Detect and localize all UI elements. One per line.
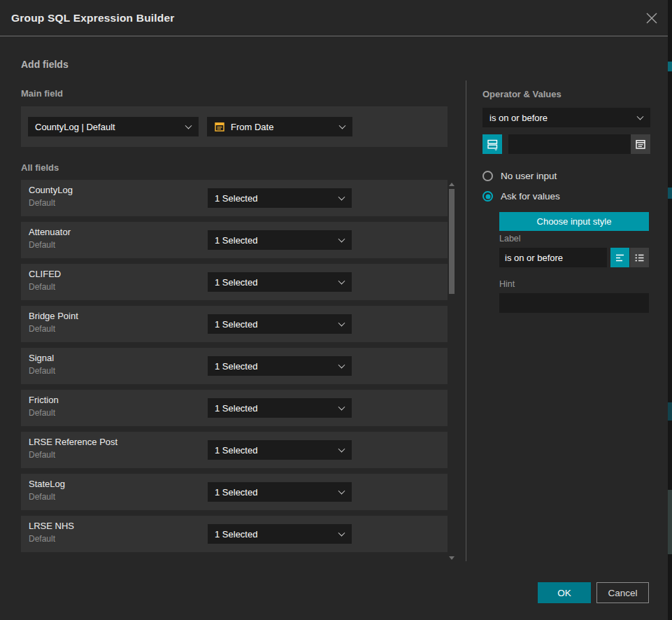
field-name: Signal <box>29 353 54 363</box>
table-row: LRSE NHS Default 1 Selected <box>21 516 448 552</box>
field-subtitle: Default <box>29 240 55 250</box>
ok-button[interactable]: OK <box>538 582 591 603</box>
scrollbar-up-arrow-icon[interactable] <box>449 183 455 186</box>
hint-input[interactable] <box>499 293 649 313</box>
table-row: Bridge Point Default 1 Selected <box>21 306 448 342</box>
field-subtitle: Default <box>29 324 55 334</box>
field-name: StateLog <box>29 479 65 489</box>
label-input[interactable] <box>499 248 607 267</box>
table-row: CountyLog Default 1 Selected <box>21 180 448 216</box>
field-subtitle: Default <box>29 492 55 502</box>
field-name: Bridge Point <box>29 311 78 321</box>
list-style-button[interactable] <box>630 248 649 267</box>
table-row: CLIFED Default 1 Selected <box>21 264 448 300</box>
field-subtitle: Default <box>29 366 55 376</box>
close-icon[interactable] <box>645 11 659 25</box>
list-scrollbar <box>448 180 455 561</box>
calendar-icon <box>214 121 225 132</box>
dialog-titlebar: Group SQL Expression Builder <box>0 0 668 36</box>
field-selected-dropdown[interactable]: 1 Selected <box>208 272 352 292</box>
value-input-row <box>482 134 650 154</box>
field-subtitle: Default <box>29 450 55 460</box>
field-selected-value: 1 Selected <box>215 403 257 414</box>
align-left-icon <box>615 253 625 263</box>
main-layer-select-value: CountyLog | Default <box>35 122 115 132</box>
field-subtitle: Default <box>29 198 55 208</box>
scrollbar-thumb[interactable] <box>449 189 455 294</box>
calendar-icon <box>635 139 646 150</box>
table-row: StateLog Default 1 Selected <box>21 474 448 510</box>
field-selected-dropdown[interactable]: 1 Selected <box>208 398 352 418</box>
cancel-button[interactable]: Cancel <box>596 582 649 603</box>
table-row: Friction Default 1 Selected <box>21 390 448 426</box>
field-selected-value: 1 Selected <box>215 235 257 246</box>
bulleted-list-icon <box>634 253 645 263</box>
label-field-label: Label <box>499 234 521 244</box>
field-selected-dropdown[interactable]: 1 Selected <box>208 440 352 460</box>
date-value-input[interactable] <box>508 134 631 154</box>
add-fields-heading: Add fields <box>21 59 69 70</box>
label-input-row <box>499 248 649 267</box>
field-selected-dropdown[interactable]: 1 Selected <box>208 524 352 544</box>
field-selected-dropdown[interactable]: 1 Selected <box>208 314 352 334</box>
radio-label: Ask for values <box>501 191 560 202</box>
panel-divider <box>466 80 466 561</box>
stacked-values-icon <box>487 139 499 150</box>
field-name: Attenuator <box>29 227 71 237</box>
field-selected-value: 1 Selected <box>215 445 257 456</box>
field-name: LRSE Reference Post <box>29 437 117 447</box>
all-fields-list: CountyLog Default 1 Selected Attenuator … <box>21 180 448 558</box>
table-row: Signal Default 1 Selected <box>21 348 448 384</box>
background-fragment <box>668 490 672 554</box>
field-selected-dropdown[interactable]: 1 Selected <box>208 230 352 250</box>
table-row: LRSE Reference Post Default 1 Selected <box>21 432 448 468</box>
main-field-select-value: From Date <box>231 122 273 132</box>
operator-values-heading: Operator & Values <box>482 89 562 99</box>
radio-icon <box>482 191 493 202</box>
background-fragment <box>668 188 672 199</box>
main-field-label: Main field <box>21 88 63 99</box>
field-selected-value: 1 Selected <box>215 277 257 288</box>
field-subtitle: Default <box>29 534 55 544</box>
all-fields-label: All fields <box>21 162 59 173</box>
field-subtitle: Default <box>29 408 55 418</box>
field-selected-value: 1 Selected <box>215 319 257 330</box>
main-layer-select[interactable]: CountyLog | Default <box>28 117 199 136</box>
field-selected-dropdown[interactable]: 1 Selected <box>208 482 352 502</box>
radio-label: No user input <box>501 171 557 181</box>
field-selected-value: 1 Selected <box>215 193 257 204</box>
background-fragment <box>668 62 672 71</box>
operator-select-value: is on or before <box>489 113 548 123</box>
table-row: Attenuator Default 1 Selected <box>21 222 448 258</box>
radio-ask-for-values[interactable]: Ask for values <box>482 191 560 202</box>
single-line-style-button[interactable] <box>610 248 629 267</box>
field-name: CLIFED <box>29 269 61 279</box>
field-subtitle: Default <box>29 282 55 292</box>
field-name: CountyLog <box>29 185 73 195</box>
group-sql-expression-builder-dialog: Group SQL Expression Builder Add fields … <box>0 0 668 620</box>
field-name: Friction <box>29 395 59 405</box>
main-field-select[interactable]: From Date <box>207 117 352 136</box>
hint-field-label: Hint <box>499 279 515 289</box>
main-field-panel: CountyLog | Default From Date <box>21 106 448 147</box>
field-selected-dropdown[interactable]: 1 Selected <box>208 356 352 376</box>
background-fragment <box>668 402 672 421</box>
radio-icon <box>482 171 493 181</box>
field-name: LRSE NHS <box>29 521 74 531</box>
scrollbar-down-arrow-icon[interactable] <box>449 556 455 560</box>
dialog-title: Group SQL Expression Builder <box>11 0 175 36</box>
background-sliver <box>668 0 672 620</box>
input-type-toggle-button[interactable] <box>482 134 502 154</box>
radio-no-user-input[interactable]: No user input <box>482 171 557 181</box>
field-selected-value: 1 Selected <box>215 487 257 498</box>
field-selected-value: 1 Selected <box>215 361 257 372</box>
field-selected-value: 1 Selected <box>215 529 257 540</box>
choose-input-style-button[interactable]: Choose input style <box>499 212 649 231</box>
field-selected-dropdown[interactable]: 1 Selected <box>208 188 352 208</box>
operator-select[interactable]: is on or before <box>482 108 650 127</box>
date-picker-button[interactable] <box>631 134 650 154</box>
